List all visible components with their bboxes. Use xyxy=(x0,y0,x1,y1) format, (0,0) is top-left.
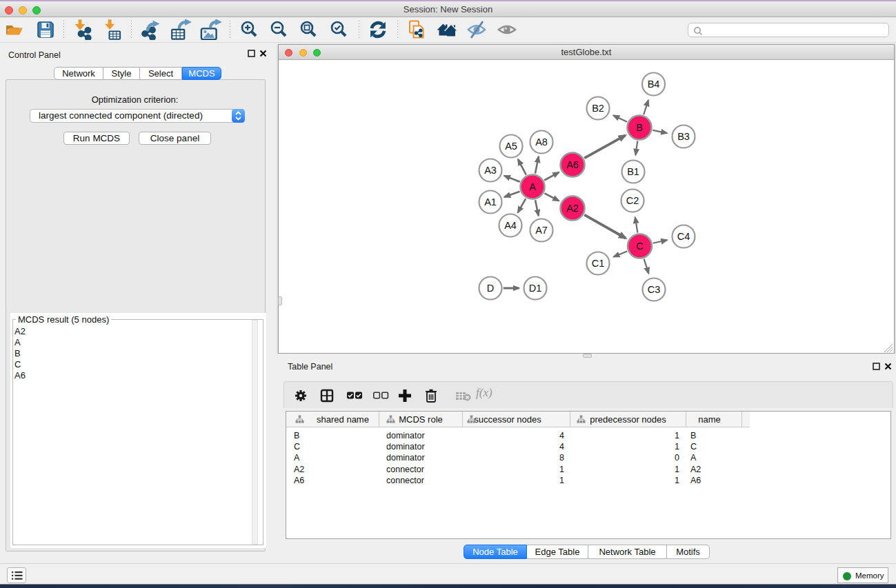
svg-text:C3: C3 xyxy=(648,284,661,295)
svg-text:D: D xyxy=(487,283,494,294)
svg-text:B: B xyxy=(636,122,643,133)
svg-text:B3: B3 xyxy=(677,131,690,142)
svg-text:A8: A8 xyxy=(535,136,548,148)
svg-text:A2: A2 xyxy=(566,203,579,214)
svg-text:C1: C1 xyxy=(592,258,605,269)
svg-text:B4: B4 xyxy=(648,79,660,90)
svg-text:A6: A6 xyxy=(566,159,579,170)
svg-text:A3: A3 xyxy=(484,165,497,176)
svg-text:A1: A1 xyxy=(484,196,497,207)
svg-text:B2: B2 xyxy=(592,103,604,114)
svg-text:A: A xyxy=(529,181,536,192)
svg-text:B1: B1 xyxy=(627,166,639,177)
svg-text:A4: A4 xyxy=(504,220,517,231)
svg-text:C4: C4 xyxy=(677,231,690,242)
svg-text:C: C xyxy=(636,241,643,252)
svg-text:A5: A5 xyxy=(505,141,517,152)
svg-text:D1: D1 xyxy=(529,283,542,294)
svg-text:A7: A7 xyxy=(535,225,548,236)
svg-text:C2: C2 xyxy=(626,195,639,206)
